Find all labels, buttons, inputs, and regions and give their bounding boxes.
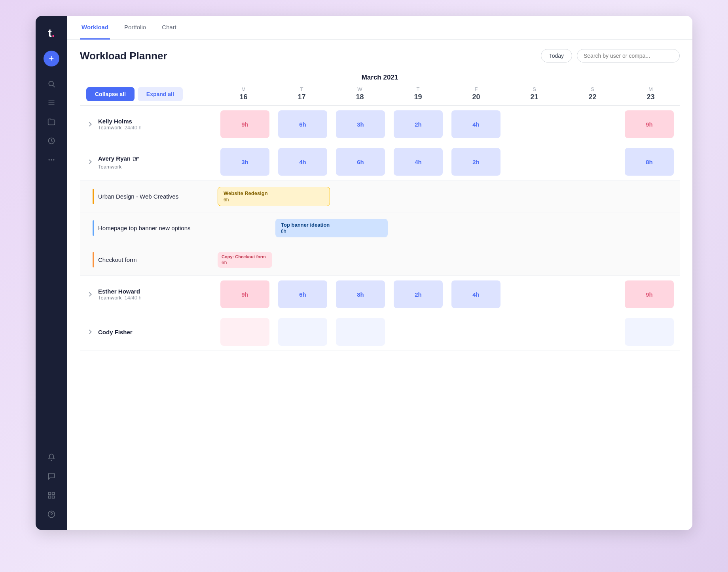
day-col-3: T 19	[389, 83, 447, 105]
esther-cell-2: 8h	[336, 280, 385, 308]
day-col-5: S 21	[505, 83, 563, 105]
esther-info: Esther Howard Teamwork 14/40 h	[98, 288, 142, 301]
day-num-0: 16	[239, 93, 247, 101]
avery-cell-5	[505, 146, 563, 177]
help-icon[interactable]	[44, 506, 59, 522]
collapse-all-button[interactable]: Collapse all	[86, 87, 135, 101]
esther-cell-3: 2h	[394, 280, 443, 308]
kelly-cell-2: 3h	[336, 110, 385, 138]
svg-point-8	[53, 159, 54, 160]
chevron-right-icon[interactable]	[86, 120, 94, 128]
svg-point-6	[49, 159, 50, 160]
tasks-icon[interactable]	[44, 95, 59, 111]
avery-name: Avery Ryan ☞	[98, 154, 139, 164]
svg-point-7	[51, 159, 52, 160]
cody-cell-5	[505, 316, 563, 347]
svg-point-0	[49, 81, 53, 86]
day-num-1: 17	[298, 93, 305, 101]
urban-cells: Website Redesign 6h	[214, 181, 680, 212]
task-hours: 6h	[281, 229, 382, 234]
cody-cells	[214, 313, 680, 350]
kelly-info: Kelly Holms Teamwork 24/40 h	[98, 118, 142, 131]
homepage-cells: Top banner ideation 6h	[214, 212, 680, 244]
svg-rect-12	[52, 496, 55, 498]
avery-info: Avery Ryan ☞ Teamwork	[98, 154, 139, 170]
day-letter-4: F	[475, 86, 478, 92]
main-content: Workload Portfolio Chart Workload Planne…	[67, 16, 692, 530]
checkout-info: Checkout form	[98, 256, 137, 263]
kelly-cell-7: 9h	[625, 110, 674, 138]
cody-cell-3	[389, 316, 447, 347]
add-button[interactable]: +	[44, 51, 59, 66]
esther-cell-1: 6h	[278, 280, 327, 308]
bell-icon[interactable]	[44, 449, 59, 465]
more-icon[interactable]	[44, 152, 59, 168]
row-label-esther: Esther Howard Teamwork 14/40 h	[80, 276, 214, 313]
cody-cell-4	[447, 316, 505, 347]
avery-cell-7: 8h	[625, 148, 674, 176]
grid-controls-area: Collapse all Expand all	[80, 83, 214, 105]
svg-rect-11	[49, 496, 51, 498]
cody-cell-1	[278, 318, 327, 346]
homepage-name: Homepage top banner new options	[98, 225, 191, 231]
urban-info: Urban Design - Web Creatives	[98, 193, 178, 200]
grid-icon[interactable]	[44, 487, 59, 503]
tab-portfolio[interactable]: Portfolio	[123, 16, 148, 40]
chevron-right-icon[interactable]	[86, 158, 94, 166]
avery-cell-0: 3h	[220, 148, 269, 176]
page-title: Workload Planner	[80, 50, 167, 62]
esther-cells: 9h 6h 8h 2h 4h 9h	[214, 276, 680, 313]
kelly-cell-5	[505, 109, 563, 140]
tab-workload[interactable]: Workload	[80, 16, 110, 40]
avery-company: Teamwork	[98, 164, 139, 170]
table-row: Cody Fisher	[80, 313, 680, 351]
page-header: Workload Planner Today	[67, 40, 692, 69]
project-color-bar	[93, 252, 94, 267]
logo-text: t.	[48, 28, 55, 39]
day-num-5: 21	[530, 93, 538, 101]
urban-name: Urban Design - Web Creatives	[98, 193, 178, 200]
kelly-name: Kelly Holms	[98, 118, 142, 125]
task-hours: 6h	[222, 260, 268, 265]
sidebar: t. +	[36, 16, 67, 530]
day-letter-3: T	[417, 86, 420, 92]
today-button[interactable]: Today	[541, 49, 572, 63]
cody-cell-7	[625, 318, 674, 346]
avery-cell-6	[563, 146, 620, 177]
folder-icon[interactable]	[44, 114, 59, 130]
task-bar-website[interactable]: Website Redesign 6h	[218, 187, 330, 206]
table-row: Urban Design - Web Creatives Website Red…	[80, 181, 680, 212]
svg-rect-10	[52, 492, 55, 495]
day-col-6: S 22	[563, 83, 622, 105]
task-bar-checkout[interactable]: Copy: Checkout form 6h	[218, 252, 272, 268]
row-label-avery: Avery Ryan ☞ Teamwork	[80, 143, 214, 180]
search-input[interactable]	[577, 49, 680, 63]
grid-header-row: Collapse all Expand all M 16 T 17 W	[80, 83, 680, 105]
clock-icon[interactable]	[44, 133, 59, 149]
esther-cell-6	[563, 279, 620, 310]
day-num-7: 23	[646, 93, 654, 101]
day-col-2: W 18	[331, 83, 389, 105]
cody-cell-6	[563, 316, 620, 347]
table-row: Avery Ryan ☞ Teamwork 3h 4h 6h 4h 2h 8h	[80, 143, 680, 181]
day-col-1: T 17	[273, 83, 331, 105]
app-container: t. +	[36, 16, 692, 530]
search-icon[interactable]	[44, 76, 59, 92]
chevron-right-icon[interactable]	[86, 290, 94, 298]
day-col-7: M 23	[622, 83, 680, 105]
chevron-right-icon[interactable]	[86, 328, 94, 336]
chat-icon[interactable]	[44, 468, 59, 484]
homepage-info: Homepage top banner new options	[98, 225, 191, 231]
tab-chart[interactable]: Chart	[160, 16, 178, 40]
avery-cell-1: 4h	[278, 148, 327, 176]
grid-body: Kelly Holms Teamwork 24/40 h 9h 6h 3h 2h…	[80, 105, 680, 351]
header-actions: Today	[541, 49, 680, 63]
calendar-month: March 2021	[67, 69, 692, 83]
row-label-urban: Urban Design - Web Creatives	[80, 181, 214, 212]
expand-all-button[interactable]: Expand all	[138, 87, 183, 101]
kelly-cell-4: 4h	[451, 110, 500, 138]
task-bar-banner[interactable]: Top banner ideation 6h	[275, 219, 388, 237]
cody-cell-0	[220, 318, 269, 346]
row-label-cody: Cody Fisher	[80, 313, 214, 350]
task-hours: 6h	[224, 197, 324, 203]
